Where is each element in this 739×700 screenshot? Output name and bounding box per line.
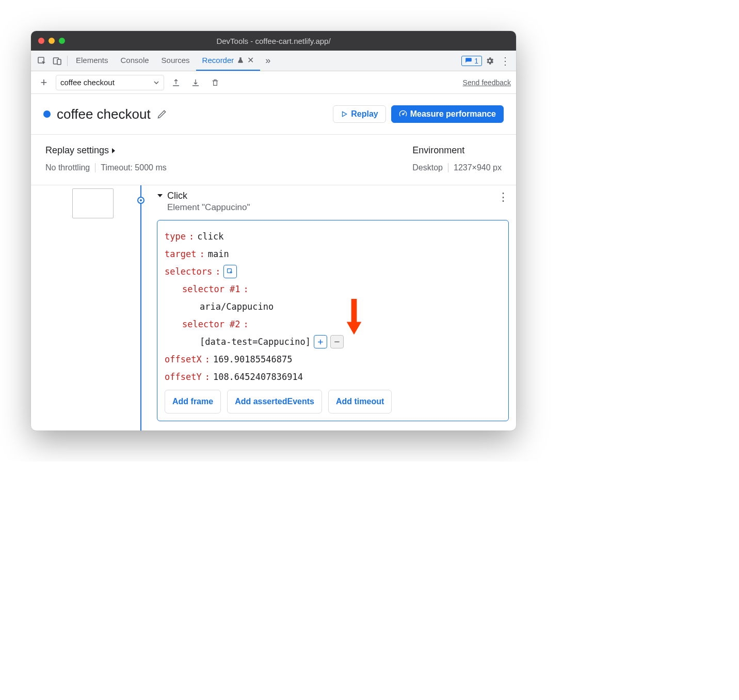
traffic-lights xyxy=(38,38,65,44)
add-asserted-events-button[interactable]: Add assertedEvents xyxy=(227,390,322,413)
devtools-window: DevTools - coffee-cart.netlify.app/ Elem… xyxy=(31,31,516,431)
selector-2-value[interactable]: [data-test=Cappucino] xyxy=(200,333,311,351)
step-title: Click xyxy=(167,190,250,201)
recording-name: coffee checkout xyxy=(57,106,151,122)
gauge-icon xyxy=(399,110,407,118)
export-icon[interactable] xyxy=(168,75,184,90)
device-toolbar-icon[interactable] xyxy=(50,53,65,69)
step-menu-icon[interactable]: ⋮ xyxy=(497,190,509,204)
window-titlebar: DevTools - coffee-cart.netlify.app/ xyxy=(31,31,516,51)
inspect-element-icon[interactable] xyxy=(34,53,50,69)
devtools-tabstrip: Elements Console Sources Recorder ✕ » 1 … xyxy=(31,51,516,71)
minimize-window-button[interactable] xyxy=(49,38,55,44)
environment-heading: Environment xyxy=(412,145,502,156)
recording-header: coffee checkout Replay Measure performan… xyxy=(31,94,516,135)
recorder-toolbar: + coffee checkout Send feedback xyxy=(31,71,516,94)
timeout-value: Timeout: 5000 ms xyxy=(101,163,166,172)
add-frame-button[interactable]: Add frame xyxy=(165,390,221,413)
caret-down-icon xyxy=(157,193,163,199)
replay-button[interactable]: Replay xyxy=(333,105,385,123)
step-thumbnail-column xyxy=(31,185,134,421)
recording-selector[interactable]: coffee checkout xyxy=(56,75,164,90)
svg-rect-2 xyxy=(57,59,61,65)
step-subtitle: Element "Cappucino" xyxy=(167,202,250,213)
issues-badge[interactable]: 1 xyxy=(461,56,482,66)
steps-area: Click Element "Cappucino" ⋮ type: click … xyxy=(31,185,516,431)
more-menu-icon[interactable]: ⋮ xyxy=(497,53,513,69)
settings-gear-icon[interactable] xyxy=(482,53,497,69)
throttling-value: No throttling xyxy=(45,163,90,172)
flask-icon xyxy=(237,57,244,64)
chevron-down-icon xyxy=(153,79,159,86)
divider xyxy=(67,56,68,66)
new-recording-icon[interactable]: + xyxy=(36,75,52,90)
replay-settings-heading[interactable]: Replay settings xyxy=(45,145,167,156)
pick-selector-icon[interactable] xyxy=(223,265,237,278)
remove-selector-button[interactable]: − xyxy=(330,335,344,348)
step-thumbnail[interactable] xyxy=(72,188,114,218)
tab-recorder[interactable]: Recorder ✕ xyxy=(196,51,261,71)
maximize-window-button[interactable] xyxy=(59,38,65,44)
more-tabs-icon[interactable]: » xyxy=(260,53,276,69)
step-column: Click Element "Cappucino" ⋮ type: click … xyxy=(134,185,516,421)
close-window-button[interactable] xyxy=(38,38,44,44)
close-tab-icon[interactable]: ✕ xyxy=(247,55,254,65)
send-feedback-link[interactable]: Send feedback xyxy=(463,78,511,87)
selector-1-value[interactable]: aria/Cappucino xyxy=(200,298,274,315)
settings-row: Replay settings No throttling Timeout: 5… xyxy=(31,135,516,185)
add-selector-button[interactable]: + xyxy=(314,335,327,348)
step-header[interactable]: Click Element "Cappucino" ⋮ xyxy=(157,190,509,213)
environment-block: Environment Desktop 1237×940 px xyxy=(412,145,502,172)
tab-elements[interactable]: Elements xyxy=(70,51,115,71)
viewport-value: 1237×940 px xyxy=(454,163,502,172)
replay-settings-block: Replay settings No throttling Timeout: 5… xyxy=(45,145,167,172)
window-title: DevTools - coffee-cart.netlify.app/ xyxy=(31,37,516,45)
recording-status-dot xyxy=(43,110,51,118)
device-value: Desktop xyxy=(412,163,443,172)
play-icon xyxy=(341,110,348,118)
step-detail-panel: type: click target: main selectors: sele… xyxy=(157,220,509,421)
tab-console[interactable]: Console xyxy=(115,51,155,71)
edit-name-icon[interactable] xyxy=(157,109,167,119)
add-timeout-button[interactable]: Add timeout xyxy=(328,390,392,413)
delete-icon[interactable] xyxy=(207,75,223,90)
import-icon[interactable] xyxy=(188,75,203,90)
chevron-right-icon xyxy=(111,148,116,154)
measure-performance-button[interactable]: Measure performance xyxy=(391,105,504,123)
tab-sources[interactable]: Sources xyxy=(155,51,196,71)
